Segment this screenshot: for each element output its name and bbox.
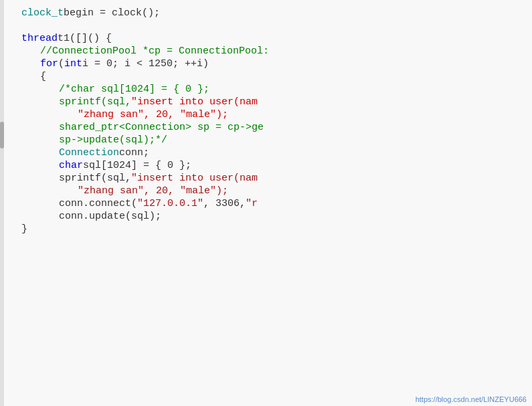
code-token: }	[21, 223, 27, 235]
code-line: clock_t begin = clock();	[11, 7, 525, 19]
scrollbar-thumb[interactable]	[0, 122, 4, 148]
code-line: sprintf(sql, "insert into user(nam	[11, 96, 525, 108]
code-area: clock_t begin = clock(); thread t1([]() …	[7, 0, 532, 242]
code-line: }	[11, 223, 525, 235]
code-line: "zhang san", 20, "male");	[11, 185, 525, 197]
code-token: conn.update(sql);	[59, 211, 161, 222]
code-token: Connection	[59, 147, 119, 159]
code-token: clock_t	[21, 7, 64, 19]
code-line: //ConnectionPool *cp = ConnectionPool:	[11, 45, 525, 58]
code-token: char	[59, 160, 83, 171]
code-token: sprintf(sql,	[59, 96, 131, 108]
code-line: conn.update(sql);	[11, 210, 525, 223]
code-token: shared_ptr<Connection> sp = cp->ge	[59, 122, 264, 133]
code-line: char sql[1024] = { 0 };	[11, 159, 525, 172]
code-token: thread	[21, 33, 58, 44]
code-token: sql[1024] = { 0 };	[83, 160, 191, 171]
code-token: "r	[246, 198, 258, 209]
code-line	[11, 19, 525, 32]
code-token: begin = clock();	[64, 7, 160, 19]
code-token: "insert into user(nam	[131, 96, 258, 108]
code-line: sp->update(sql);*/	[11, 134, 525, 146]
watermark: https://blog.csdn.net/LINZEYU666	[416, 395, 527, 403]
code-line: Connection conn;	[11, 146, 525, 159]
code-line: sprintf(sql, "insert into user(nam	[11, 172, 525, 185]
code-token: "insert into user(nam	[131, 173, 258, 184]
code-token: (	[58, 58, 64, 70]
code-token: int	[64, 58, 82, 70]
code-token: //ConnectionPool *cp = ConnectionPool:	[40, 45, 269, 57]
code-line: "zhang san", 20, "male");	[11, 108, 525, 121]
code-token: i = 0; i < 1250; ++i)	[82, 58, 209, 70]
code-line: for (int i = 0; i < 1250; ++i)	[11, 58, 525, 70]
code-line: conn.connect("127.0.0.1", 3306, "r	[11, 197, 525, 210]
code-token: sp->update(sql);*/	[59, 134, 167, 146]
code-token: for	[40, 58, 58, 70]
code-token: /*char sql[1024] = { 0 };	[59, 84, 209, 95]
code-token: conn;	[119, 147, 149, 159]
code-token: {	[40, 71, 46, 82]
code-line: shared_ptr<Connection> sp = cp->ge	[11, 121, 525, 134]
code-token: "zhang san", 20, "male");	[78, 109, 228, 120]
code-token: t1([]() {	[58, 33, 112, 44]
scrollbar-track[interactable]	[0, 0, 4, 406]
code-token: conn.connect(	[59, 198, 137, 209]
code-token: "127.0.0.1"	[137, 198, 203, 209]
code-line: /*char sql[1024] = { 0 };	[11, 83, 525, 96]
code-token: "zhang san", 20, "male");	[78, 185, 228, 197]
code-container: clock_t begin = clock(); thread t1([]() …	[0, 0, 532, 406]
code-token: sprintf(sql,	[59, 173, 131, 184]
code-line: thread t1([]() {	[11, 32, 525, 45]
code-token: , 3306,	[203, 198, 246, 209]
code-line: {	[11, 70, 525, 83]
